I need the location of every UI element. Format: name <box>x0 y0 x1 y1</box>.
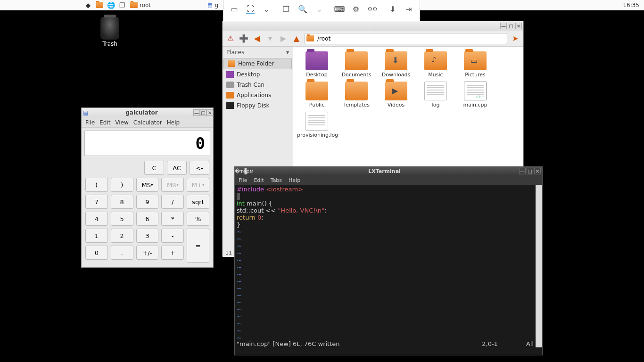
maximize-button[interactable]: □ <box>508 23 514 29</box>
vnc-windows-icon[interactable]: ❐ <box>282 4 290 14</box>
fm-titlebar[interactable]: — □ ✕ <box>223 21 523 31</box>
path-input[interactable] <box>315 35 507 42</box>
menu-edit[interactable]: Edit <box>99 119 110 126</box>
key-6[interactable]: 6 <box>136 212 159 226</box>
maximize-button[interactable]: □ <box>200 109 206 116</box>
close-button[interactable]: ✕ <box>515 23 522 29</box>
web-browser-launcher-icon[interactable]: 🌐 <box>106 0 116 10</box>
menu-file[interactable]: File <box>239 177 247 183</box>
folder-desktop[interactable]: Desktop <box>297 51 337 78</box>
key-2[interactable]: 2 <box>111 229 133 243</box>
alert-icon[interactable]: ⚠ <box>225 33 236 44</box>
windows-launcher-icon[interactable]: ❐ <box>117 0 127 10</box>
key-subtract[interactable]: - <box>161 229 184 243</box>
disconnect-icon[interactable]: ⇥ <box>405 4 413 14</box>
menu-view[interactable]: View <box>115 119 128 126</box>
keyboard-icon[interactable]: ⌨ <box>335 4 344 14</box>
key-9[interactable]: 9 <box>136 195 159 209</box>
key-divide[interactable]: / <box>161 195 184 209</box>
minimize-button[interactable]: — <box>500 23 507 29</box>
terminal-icon: ▌ <box>243 168 250 174</box>
folder-pictures[interactable]: ▭Pictures <box>455 51 495 78</box>
history-dropdown-icon[interactable]: ▾ <box>265 33 275 44</box>
file-main-cpp[interactable]: c++main.cpp <box>455 82 495 108</box>
key-multiply[interactable]: * <box>161 212 184 226</box>
sidebar-item-home[interactable]: Home Folder <box>223 58 292 69</box>
key-percent[interactable]: % <box>187 212 209 226</box>
sidebar-item-trash[interactable]: Trash Can <box>223 80 293 90</box>
up-button[interactable]: ▲ <box>291 33 302 44</box>
file-icon <box>305 112 328 131</box>
key-0[interactable]: 0 <box>85 246 108 260</box>
back-button[interactable]: ◀ <box>252 33 262 44</box>
menu-calculator[interactable]: Calculator <box>133 119 162 126</box>
folder-downloads[interactable]: ⬇Downloads <box>376 51 416 78</box>
folder-music[interactable]: ♪Music <box>416 51 455 78</box>
menu-tabs[interactable]: Tabs <box>271 177 282 183</box>
key-mr[interactable]: MR▾ <box>161 178 184 192</box>
sidebar-item-applications[interactable]: Applications <box>223 90 293 100</box>
key-1[interactable]: 1 <box>85 229 108 243</box>
key-lparen[interactable]: ( <box>85 178 108 192</box>
folder-videos[interactable]: ▶Videos <box>376 82 416 108</box>
file-manager-launcher-icon[interactable] <box>94 0 105 10</box>
taskbar-entry-galculator[interactable]: ▤ g <box>206 0 220 10</box>
path-bar <box>305 33 507 44</box>
gear-icon[interactable]: ⚙ <box>352 4 360 14</box>
menu-edit[interactable]: Edit <box>254 177 264 183</box>
scrollbar[interactable] <box>536 185 542 347</box>
chevron-down-icon[interactable]: ⌄ <box>315 4 323 14</box>
folder-templates[interactable]: Templates <box>337 82 376 108</box>
key-3[interactable]: 3 <box>136 229 159 243</box>
gears-icon[interactable]: ⚙⚙ <box>368 4 377 14</box>
download-icon[interactable]: ⬇ <box>388 4 397 14</box>
taskbar-entry-root[interactable]: root <box>128 0 153 10</box>
new-tab-icon[interactable]: ➕ <box>239 33 249 44</box>
close-button[interactable]: ✕ <box>534 168 541 174</box>
minimize-button[interactable]: — <box>193 109 200 116</box>
key-5[interactable]: 5 <box>111 212 133 226</box>
vnc-zoom-icon[interactable]: 🔍 <box>298 4 307 14</box>
key-rparen[interactable]: ) <box>111 178 133 192</box>
start-menu-icon[interactable]: ◆ <box>83 0 93 10</box>
key-mplus[interactable]: M+▾ <box>187 178 209 192</box>
key-7[interactable]: 7 <box>85 195 108 209</box>
home-icon[interactable] <box>305 34 315 43</box>
key-plusminus[interactable]: +/- <box>136 246 159 260</box>
apps-icon <box>226 92 234 99</box>
file-provisioning-log[interactable]: provisioning.log <box>297 112 337 138</box>
go-button[interactable]: ➤ <box>510 33 520 44</box>
term-menubar: File Edit Tabs Help <box>235 175 542 185</box>
maximize-button[interactable]: □ <box>527 168 533 174</box>
menu-help[interactable]: Help <box>167 119 180 126</box>
term-titlebar[interactable]: �терм ▌ LXTerminal — □ ✕ <box>235 167 542 175</box>
desktop-trash[interactable]: Trash <box>93 17 126 47</box>
vnc-fullscreen-icon[interactable]: ▭ <box>230 4 239 14</box>
folder-documents[interactable]: Documents <box>337 51 376 78</box>
key-4[interactable]: 4 <box>85 212 108 226</box>
key-sqrt[interactable]: sqrt <box>187 195 209 209</box>
chevron-down-icon[interactable]: ⌄ <box>262 4 271 14</box>
forward-button[interactable]: ▶ <box>278 33 289 44</box>
sidebar-item-floppy[interactable]: Floppy Disk <box>223 100 293 111</box>
places-header[interactable]: Places ▾ <box>223 47 293 58</box>
minimize-button[interactable]: — <box>519 168 526 174</box>
calc-titlebar[interactable]: ▤ galculator — □ ✕ <box>82 108 213 117</box>
key-equals[interactable]: = <box>187 229 209 263</box>
key-ms[interactable]: MS▾ <box>136 178 159 192</box>
key-clear[interactable]: C <box>144 161 164 175</box>
key-add[interactable]: + <box>161 246 184 260</box>
menu-help[interactable]: Help <box>289 177 300 183</box>
terminal-content[interactable]: #include <iostream> _ int main() { std::… <box>235 185 542 347</box>
term-title: LXTerminal <box>250 168 519 174</box>
close-button[interactable]: ✕ <box>206 109 213 116</box>
vnc-drag-icon[interactable]: ⛶ <box>246 4 255 14</box>
key-backspace[interactable]: <- <box>190 161 209 175</box>
key-8[interactable]: 8 <box>111 195 133 209</box>
folder-public[interactable]: Public <box>297 82 337 108</box>
file-log[interactable]: log <box>416 82 455 108</box>
key-dot[interactable]: . <box>111 246 133 260</box>
sidebar-item-desktop[interactable]: Desktop <box>223 69 293 80</box>
key-all-clear[interactable]: AC <box>167 161 187 175</box>
menu-file[interactable]: File <box>85 119 95 126</box>
